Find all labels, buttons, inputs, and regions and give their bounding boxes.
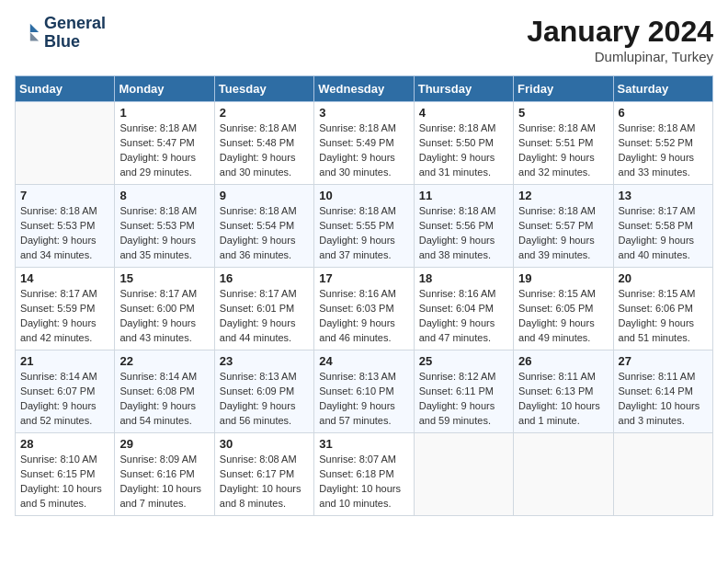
day-info: Sunrise: 8:14 AMSunset: 6:08 PMDaylight:… <box>119 370 209 429</box>
calendar-cell: 9Sunrise: 8:18 AMSunset: 5:54 PMDaylight… <box>214 185 313 268</box>
svg-marker-1 <box>30 32 39 40</box>
day-number: 18 <box>419 271 508 285</box>
day-info: Sunrise: 8:18 AMSunset: 5:53 PMDaylight:… <box>119 204 209 263</box>
calendar-cell: 4Sunrise: 8:18 AMSunset: 5:50 PMDaylight… <box>414 102 513 185</box>
day-number: 19 <box>518 271 608 285</box>
weekday-header-monday: Monday <box>115 76 214 102</box>
day-number: 11 <box>419 189 508 202</box>
day-info: Sunrise: 8:18 AMSunset: 5:52 PMDaylight:… <box>619 121 708 180</box>
calendar-cell <box>414 433 513 516</box>
day-number: 17 <box>319 271 408 285</box>
calendar-cell: 13Sunrise: 8:17 AMSunset: 5:58 PMDayligh… <box>613 185 712 268</box>
day-info: Sunrise: 8:14 AMSunset: 6:07 PMDaylight:… <box>20 370 109 429</box>
calendar-cell <box>514 433 613 516</box>
day-number: 5 <box>518 106 608 120</box>
week-row-5: 28Sunrise: 8:10 AMSunset: 6:15 PMDayligh… <box>16 433 713 516</box>
day-number: 12 <box>518 189 608 202</box>
svg-marker-0 <box>30 24 39 32</box>
day-number: 6 <box>619 106 708 120</box>
day-number: 21 <box>20 354 109 368</box>
day-info: Sunrise: 8:08 AMSunset: 6:17 PMDaylight:… <box>220 453 309 511</box>
calendar-cell: 20Sunrise: 8:15 AMSunset: 6:06 PMDayligh… <box>613 268 712 350</box>
calendar-cell: 26Sunrise: 8:11 AMSunset: 6:13 PMDayligh… <box>514 350 613 433</box>
calendar-cell: 12Sunrise: 8:18 AMSunset: 5:57 PMDayligh… <box>514 185 613 268</box>
calendar-cell: 27Sunrise: 8:11 AMSunset: 6:14 PMDayligh… <box>613 350 712 433</box>
day-info: Sunrise: 8:18 AMSunset: 5:47 PMDaylight:… <box>119 121 209 180</box>
day-info: Sunrise: 8:17 AMSunset: 6:01 PMDaylight:… <box>220 287 309 346</box>
calendar-cell: 15Sunrise: 8:17 AMSunset: 6:00 PMDayligh… <box>115 268 214 350</box>
day-info: Sunrise: 8:18 AMSunset: 5:51 PMDaylight:… <box>518 121 608 180</box>
day-info: Sunrise: 8:16 AMSunset: 6:03 PMDaylight:… <box>319 287 408 346</box>
day-number: 2 <box>220 106 309 120</box>
logo: General Blue <box>15 15 106 52</box>
day-number: 15 <box>119 271 209 285</box>
day-info: Sunrise: 8:10 AMSunset: 6:15 PMDaylight:… <box>20 453 109 511</box>
calendar-cell: 28Sunrise: 8:10 AMSunset: 6:15 PMDayligh… <box>16 433 115 516</box>
day-info: Sunrise: 8:16 AMSunset: 6:04 PMDaylight:… <box>419 287 508 346</box>
week-row-1: 1Sunrise: 8:18 AMSunset: 5:47 PMDaylight… <box>16 102 713 185</box>
weekday-header-thursday: Thursday <box>414 76 513 102</box>
day-info: Sunrise: 8:18 AMSunset: 5:54 PMDaylight:… <box>220 204 309 263</box>
day-number: 13 <box>619 189 708 202</box>
day-number: 16 <box>220 271 309 285</box>
day-number: 25 <box>419 354 508 368</box>
day-info: Sunrise: 8:18 AMSunset: 5:48 PMDaylight:… <box>220 121 309 180</box>
day-info: Sunrise: 8:18 AMSunset: 5:57 PMDaylight:… <box>518 204 608 263</box>
day-number: 8 <box>119 189 209 202</box>
day-info: Sunrise: 8:11 AMSunset: 6:14 PMDaylight:… <box>619 370 708 429</box>
calendar-cell: 2Sunrise: 8:18 AMSunset: 5:48 PMDaylight… <box>214 102 313 185</box>
week-row-2: 7Sunrise: 8:18 AMSunset: 5:53 PMDaylight… <box>16 185 713 268</box>
day-number: 28 <box>20 437 109 451</box>
calendar-cell: 6Sunrise: 8:18 AMSunset: 5:52 PMDaylight… <box>613 102 712 185</box>
calendar-cell <box>613 433 712 516</box>
day-number: 24 <box>319 354 408 368</box>
calendar-cell: 31Sunrise: 8:07 AMSunset: 6:18 PMDayligh… <box>314 433 414 516</box>
calendar-cell: 16Sunrise: 8:17 AMSunset: 6:01 PMDayligh… <box>214 268 313 350</box>
day-info: Sunrise: 8:13 AMSunset: 6:10 PMDaylight:… <box>319 370 408 429</box>
day-number: 4 <box>419 106 508 120</box>
location: Dumlupinar, Turkey <box>527 49 713 64</box>
day-number: 1 <box>119 106 209 120</box>
calendar-cell: 25Sunrise: 8:12 AMSunset: 6:11 PMDayligh… <box>414 350 513 433</box>
day-info: Sunrise: 8:11 AMSunset: 6:13 PMDaylight:… <box>518 370 608 429</box>
day-info: Sunrise: 8:07 AMSunset: 6:18 PMDaylight:… <box>319 453 408 511</box>
day-info: Sunrise: 8:17 AMSunset: 6:00 PMDaylight:… <box>119 287 209 346</box>
logo-icon <box>15 20 40 46</box>
calendar-cell: 17Sunrise: 8:16 AMSunset: 6:03 PMDayligh… <box>314 268 414 350</box>
day-number: 27 <box>619 354 708 368</box>
day-info: Sunrise: 8:15 AMSunset: 6:06 PMDaylight:… <box>619 287 708 346</box>
day-info: Sunrise: 8:12 AMSunset: 6:11 PMDaylight:… <box>419 370 508 429</box>
calendar-cell: 11Sunrise: 8:18 AMSunset: 5:56 PMDayligh… <box>414 185 513 268</box>
calendar-cell: 3Sunrise: 8:18 AMSunset: 5:49 PMDaylight… <box>314 102 414 185</box>
day-number: 26 <box>518 354 608 368</box>
day-number: 30 <box>220 437 309 451</box>
calendar-cell: 14Sunrise: 8:17 AMSunset: 5:59 PMDayligh… <box>16 268 115 350</box>
weekday-header-saturday: Saturday <box>613 76 712 102</box>
calendar-table: SundayMondayTuesdayWednesdayThursdayFrid… <box>15 75 713 516</box>
weekday-header-tuesday: Tuesday <box>214 76 313 102</box>
calendar-cell: 7Sunrise: 8:18 AMSunset: 5:53 PMDaylight… <box>16 185 115 268</box>
day-number: 23 <box>220 354 309 368</box>
title-block: January 2024 Dumlupinar, Turkey <box>527 15 713 64</box>
calendar-cell: 1Sunrise: 8:18 AMSunset: 5:47 PMDaylight… <box>115 102 214 185</box>
day-number: 7 <box>20 189 109 202</box>
weekday-header-wednesday: Wednesday <box>314 76 414 102</box>
calendar-cell: 21Sunrise: 8:14 AMSunset: 6:07 PMDayligh… <box>16 350 115 433</box>
day-number: 9 <box>220 189 309 202</box>
weekday-header-sunday: Sunday <box>16 76 115 102</box>
month-title: January 2024 <box>527 15 713 49</box>
calendar-cell: 30Sunrise: 8:08 AMSunset: 6:17 PMDayligh… <box>214 433 313 516</box>
calendar-cell: 19Sunrise: 8:15 AMSunset: 6:05 PMDayligh… <box>514 268 613 350</box>
weekday-header-row: SundayMondayTuesdayWednesdayThursdayFrid… <box>16 76 713 102</box>
calendar-cell: 24Sunrise: 8:13 AMSunset: 6:10 PMDayligh… <box>314 350 414 433</box>
day-info: Sunrise: 8:18 AMSunset: 5:50 PMDaylight:… <box>419 121 508 180</box>
week-row-4: 21Sunrise: 8:14 AMSunset: 6:07 PMDayligh… <box>16 350 713 433</box>
day-info: Sunrise: 8:18 AMSunset: 5:55 PMDaylight:… <box>319 204 408 263</box>
day-number: 29 <box>119 437 209 451</box>
day-info: Sunrise: 8:13 AMSunset: 6:09 PMDaylight:… <box>220 370 309 429</box>
calendar-cell: 29Sunrise: 8:09 AMSunset: 6:16 PMDayligh… <box>115 433 214 516</box>
day-number: 20 <box>619 271 708 285</box>
day-number: 10 <box>319 189 408 202</box>
calendar-cell: 22Sunrise: 8:14 AMSunset: 6:08 PMDayligh… <box>115 350 214 433</box>
week-row-3: 14Sunrise: 8:17 AMSunset: 5:59 PMDayligh… <box>16 268 713 350</box>
